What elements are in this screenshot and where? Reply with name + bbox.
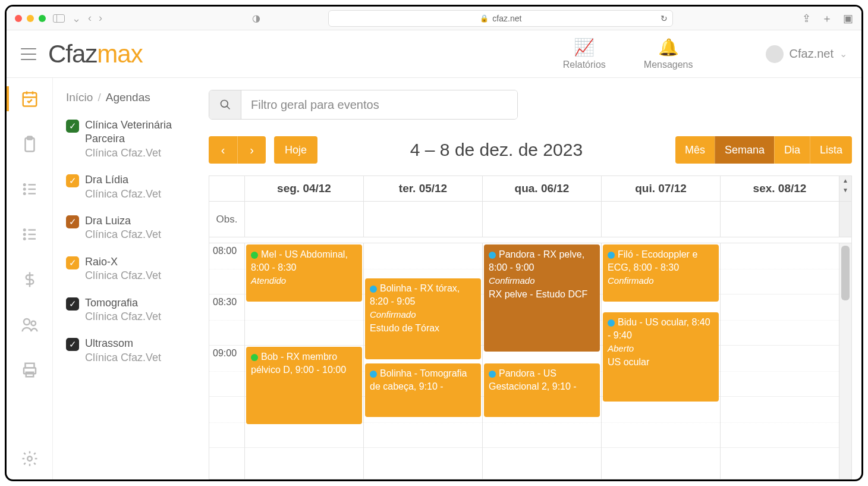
grid-scrollbar[interactable]: ▲ [839, 243, 851, 479]
scrollbar-thumb[interactable] [841, 246, 850, 300]
next-button[interactable]: › [237, 136, 266, 164]
share-icon[interactable]: ⇪ [802, 12, 811, 25]
lock-icon: 🔒 [480, 14, 489, 23]
view-week[interactable]: Semana [715, 136, 774, 164]
view-month[interactable]: Mês [675, 136, 715, 164]
calendar-event[interactable]: Bolinha - Tomografia de cabeça, 9:10 - [365, 363, 481, 417]
maximize-window-dot[interactable] [39, 15, 46, 22]
time-label: 08:30 [209, 294, 244, 346]
obs-cell[interactable] [364, 202, 483, 237]
event-title: Mel - US Abdominal, 8:00 - 8:30 [251, 249, 348, 272]
prev-button[interactable]: ‹ [209, 136, 237, 164]
url-bar[interactable]: 🔒 cfaz.net ↻ [328, 10, 673, 27]
rail-settings[interactable] [20, 449, 40, 469]
calendar-name: Raio-X [85, 255, 161, 269]
calendar-event[interactable]: Bolinha - RX tórax, 8:20 - 9:05Confirmad… [365, 278, 481, 359]
obs-cell[interactable] [602, 202, 721, 237]
nav-back-icon[interactable]: ‹ [88, 12, 92, 24]
event-title: Bidu - US ocular, 8:40 - 9:40 [608, 317, 710, 340]
privacy-shield-icon[interactable]: ◑ [252, 12, 260, 24]
calendar-toolbar: ‹ › Hoje 4 – 8 de dez. de 2023 Mês Seman… [209, 136, 852, 164]
rail-calendar[interactable] [20, 89, 40, 109]
checkbox-icon[interactable]: ✓ [66, 256, 79, 269]
svg-point-16 [24, 319, 30, 325]
rail-finance[interactable] [20, 269, 40, 290]
calendar-event[interactable]: Mel - US Abdominal, 8:00 - 8:30Atendido [246, 244, 362, 302]
checkbox-icon[interactable]: ✓ [66, 338, 79, 351]
calendar-filter-item[interactable]: ✓ Raio-X Clínica Cfaz.Vet [66, 255, 185, 283]
status-dot-icon [608, 252, 615, 259]
svg-point-3 [24, 184, 26, 186]
rail-print[interactable] [20, 360, 40, 380]
new-tab-icon[interactable]: ＋ [822, 11, 832, 26]
nav-forward-icon[interactable]: › [99, 12, 102, 24]
calendar-filter-item[interactable]: ✓ Dra Lídia Clínica Cfaz.Vet [66, 173, 185, 201]
checkbox-icon[interactable]: ✓ [66, 215, 79, 228]
calendar-filter-item[interactable]: ✓ Ultrassom Clínica Cfaz.Vet [66, 337, 185, 365]
calendar-name: Tomografia [85, 296, 161, 310]
rail-list-2[interactable] [20, 224, 40, 244]
user-menu[interactable]: Cfaz.net ⌄ [766, 45, 847, 63]
svg-point-9 [24, 229, 26, 231]
scroll-down-icon[interactable]: ▼ [839, 186, 851, 195]
calendar-event[interactable]: Pandora - US Gestacional 2, 9:10 - [484, 363, 600, 417]
calendar-event[interactable]: Bidu - US ocular, 8:40 - 9:40AbertoUS oc… [603, 312, 719, 402]
calendar-event[interactable]: Pandora - RX pelve, 8:00 - 9:00Confirmad… [484, 244, 600, 352]
obs-cell[interactable] [245, 202, 364, 237]
search-button[interactable] [209, 90, 241, 119]
calendars-panel: Início / Agendas ✓ Clínica Veterinária P… [53, 78, 191, 479]
scroll-up-icon[interactable]: ▲ [839, 243, 851, 244]
obs-cell[interactable] [721, 202, 839, 237]
calendar-event[interactable]: Filó - Ecodoppler e ECG, 8:00 - 8:30Conf… [603, 244, 719, 302]
svg-point-21 [27, 456, 32, 461]
hamburger-menu-icon[interactable] [21, 48, 36, 60]
breadcrumb-current: Agendas [106, 91, 150, 104]
status-dot-icon [370, 286, 377, 293]
tabs-icon[interactable]: ▣ [843, 12, 853, 25]
refresh-icon[interactable]: ↻ [661, 14, 668, 23]
day-column-wed[interactable]: Pandora - RX pelve, 8:00 - 9:00Confirmad… [483, 243, 602, 479]
view-day[interactable]: Dia [774, 136, 810, 164]
checkbox-icon[interactable]: ✓ [66, 297, 79, 311]
event-title: Filó - Ecodoppler e ECG, 8:00 - 8:30 [608, 249, 697, 272]
obs-cell[interactable] [483, 202, 602, 237]
calendar-filter-item[interactable]: ✓ Tomografia Clínica Cfaz.Vet [66, 296, 185, 324]
header-messages-label: Mensagens [644, 59, 693, 70]
calendar-filter-item[interactable]: ✓ Dra Luiza Clínica Cfaz.Vet [66, 214, 185, 242]
header-reports[interactable]: 📈 Relatórios [563, 37, 606, 70]
day-column-mon[interactable]: Mel - US Abdominal, 8:00 - 8:30AtendidoB… [245, 243, 364, 479]
list-icon [21, 180, 39, 198]
svg-point-22 [221, 101, 228, 108]
status-dot-icon [251, 252, 258, 259]
calendar-sub: Clínica Cfaz.Vet [85, 269, 161, 283]
chevron-down-icon[interactable]: ⌄ [72, 12, 81, 25]
checkbox-icon[interactable]: ✓ [66, 120, 79, 133]
calendar-filter-item[interactable]: ✓ Clínica Veterinária Parceira Clínica C… [66, 118, 185, 160]
header-messages[interactable]: 🔔 Mensagens [644, 37, 693, 70]
dollar-icon [21, 271, 39, 289]
rail-clipboard[interactable] [20, 134, 40, 154]
svg-point-11 [24, 238, 26, 240]
day-column-thu[interactable]: Filó - Ecodoppler e ECG, 8:00 - 8:30Conf… [602, 243, 721, 479]
search-input[interactable] [241, 90, 517, 119]
scroll-up-icon[interactable]: ▲ [839, 176, 851, 186]
day-column-fri[interactable] [721, 243, 839, 479]
gear-icon [21, 450, 39, 468]
rail-users[interactable] [20, 315, 40, 335]
checkbox-icon[interactable]: ✓ [66, 174, 79, 187]
today-button[interactable]: Hoje [274, 136, 317, 164]
calendar-name: Dra Luiza [85, 214, 161, 228]
day-header: ter. 05/12 [364, 176, 483, 201]
rail-list-1[interactable] [20, 179, 40, 199]
status-dot-icon [251, 354, 258, 361]
event-status: Confirmado [370, 309, 476, 321]
close-window-dot[interactable] [15, 15, 22, 22]
minimize-window-dot[interactable] [27, 15, 34, 22]
calendar-name: Clínica Veterinária Parceira [85, 118, 185, 146]
view-list[interactable]: Lista [810, 136, 852, 164]
sidebar-toggle-icon[interactable] [53, 14, 65, 23]
day-column-tue[interactable]: Bolinha - RX tórax, 8:20 - 9:05Confirmad… [364, 243, 483, 479]
event-search [209, 90, 518, 120]
breadcrumb-home[interactable]: Início [66, 91, 93, 104]
calendar-event[interactable]: Bob - RX membro pélvico D, 9:00 - 10:00 [246, 347, 362, 424]
